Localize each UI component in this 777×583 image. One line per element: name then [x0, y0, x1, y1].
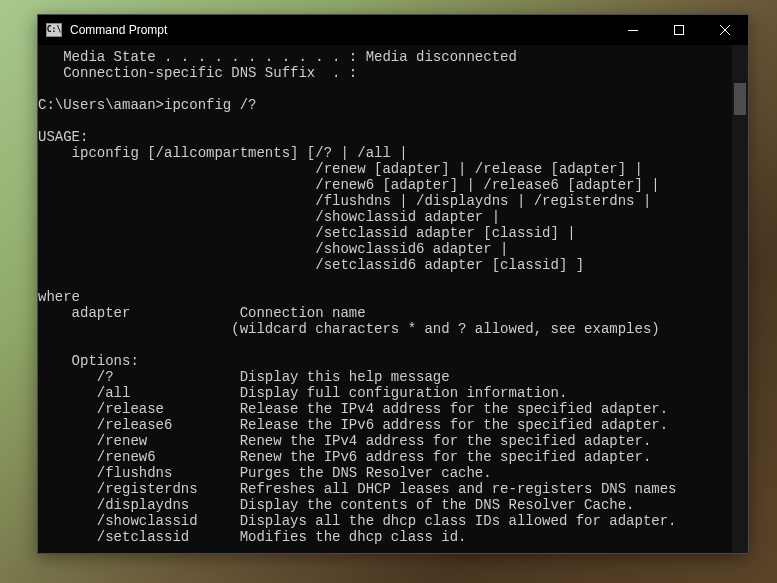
maximize-button[interactable] — [656, 15, 702, 45]
console-viewport[interactable]: Media State . . . . . . . . . . . : Medi… — [38, 45, 732, 553]
titlebar[interactable]: C:\ Command Prompt — [38, 15, 748, 45]
console-area: Media State . . . . . . . . . . . : Medi… — [38, 45, 748, 553]
titlebar-left: C:\ Command Prompt — [46, 23, 167, 37]
svg-rect-1 — [675, 26, 684, 35]
maximize-icon — [674, 25, 684, 35]
scrollbar-thumb[interactable] — [734, 83, 746, 115]
minimize-button[interactable] — [610, 15, 656, 45]
titlebar-controls — [610, 15, 748, 45]
minimize-icon — [628, 30, 638, 31]
vertical-scrollbar[interactable] — [732, 45, 748, 553]
close-button[interactable] — [702, 15, 748, 45]
command-prompt-window: C:\ Command Prompt Media State . . . . .… — [37, 14, 749, 554]
close-icon — [720, 25, 730, 35]
console-output: Media State . . . . . . . . . . . : Medi… — [38, 49, 732, 545]
window-title: Command Prompt — [70, 23, 167, 37]
cmd-icon: C:\ — [46, 23, 62, 37]
svg-rect-0 — [628, 30, 638, 31]
